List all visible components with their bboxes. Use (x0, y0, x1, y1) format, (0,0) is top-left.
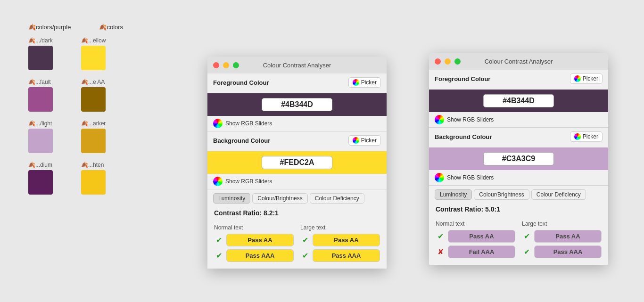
tab-colour-deficiency-left[interactable]: Colour Deficiency (310, 193, 364, 204)
normal-aa-check-right: ✔ (436, 232, 445, 241)
window-body-right: Foreground Colour Picker Show RGB Slider… (429, 70, 608, 265)
foreground-preview-left (207, 93, 387, 116)
normal-aaa-check-right: ✘ (436, 247, 445, 256)
fg-rgb-row-right: Show RGB Sliders (429, 112, 608, 127)
swatch-item: 🍂...arker (81, 120, 106, 153)
rainbow-icon-fg-left (213, 119, 223, 128)
fg-rgb-label-right[interactable]: Show RGB Sliders (447, 116, 494, 123)
normal-col-left: ✔ Pass AA ✔ Pass AAA (214, 234, 294, 262)
background-picker-left[interactable]: Picker (348, 135, 381, 146)
normal-aaa-row-left: ✔ Pass AAA (214, 249, 294, 262)
large-aaa-check-right: ✔ (522, 247, 531, 256)
swatch-box[interactable] (81, 87, 106, 112)
fg-rgb-label-left[interactable]: Show RGB Sliders (225, 120, 272, 127)
swatch-item: 🍂...hten (81, 162, 106, 195)
swatch-row: 🍂.../dark 🍂...ellow (28, 37, 160, 70)
foreground-title-left: Foreground Colour (213, 79, 269, 86)
normal-aa-badge-left: Pass AA (226, 234, 294, 246)
tab-luminosity-left[interactable]: Luminosity (213, 193, 250, 204)
normal-aaa-badge-right: Fail AAA (448, 245, 515, 258)
minimize-button-right[interactable] (445, 58, 451, 65)
swatch-box[interactable] (81, 129, 106, 153)
foreground-preview-right (429, 90, 608, 112)
normal-aaa-row-right: ✘ Fail AAA (436, 245, 515, 258)
swatch-label: 🍂...e AA (81, 79, 106, 85)
large-text-header-right: Large text (522, 220, 602, 227)
window-title-left: Colour Contrast Analyser (263, 62, 331, 69)
swatch-rows: 🍂.../dark 🍂...ellow 🍂...fault 🍂...e AA 🍂… (28, 37, 160, 195)
background-title-right: Background Colour (435, 133, 492, 140)
maximize-button-right[interactable] (454, 58, 461, 65)
normal-aa-badge-right: Pass AA (448, 230, 515, 243)
results-headers-right: Normal text Large text (436, 220, 602, 230)
swatch-label: 🍂...dium (28, 162, 53, 168)
rainbow-icon-bg-right (435, 173, 444, 182)
swatch-label: 🍂.../dark (28, 37, 53, 44)
normal-col-right: ✔ Pass AA ✘ Fail AAA (436, 230, 515, 258)
background-preview-left (207, 151, 387, 174)
tab-colour-brightness-right[interactable]: Colour/Brightness (474, 189, 529, 200)
results-grid-right: ✔ Pass AA ✘ Fail AAA ✔ Pass AA ✔ (436, 230, 602, 258)
swatch-label: 🍂...fault (28, 79, 53, 85)
swatch-row: 🍂.../light 🍂...arker (28, 120, 160, 153)
swatch-box[interactable] (28, 170, 53, 195)
group1-title: 🍂colors/purple (28, 24, 71, 31)
background-picker-label-left: Picker (361, 137, 377, 144)
bg-rgb-row-right: Show RGB Sliders (429, 170, 608, 185)
large-aa-badge-right: Pass AA (534, 230, 602, 243)
foreground-hex-right[interactable] (483, 94, 554, 107)
bg-rgb-label-right[interactable]: Show RGB Sliders (447, 174, 494, 181)
contrast-ratio-left: Contrast Ratio: 8.2:1 (207, 207, 387, 220)
contrast-ratio-text-right: Contrast Ratio: 5.0:1 (436, 205, 500, 213)
foreground-picker-right[interactable]: Picker (570, 73, 603, 84)
fg-rgb-row-left: Show RGB Sliders (207, 116, 387, 131)
large-aaa-badge-right: Pass AAA (534, 245, 602, 258)
results-grid-left: ✔ Pass AA ✔ Pass AAA ✔ Pass AA ✔ (214, 234, 380, 262)
foreground-picker-left[interactable]: Picker (348, 77, 381, 88)
swatch-label: 🍂.../light (28, 120, 53, 127)
foreground-hex-left[interactable] (262, 98, 332, 111)
minimize-button-left[interactable] (223, 62, 229, 68)
large-aa-check-left: ✔ (300, 236, 310, 245)
normal-aaa-badge-left: Pass AAA (226, 249, 294, 262)
bg-rgb-row-left: Show RGB Sliders (207, 174, 387, 189)
rainbow-icon-bg-left (213, 177, 223, 186)
normal-text-header-right: Normal text (436, 220, 515, 227)
swatch-box[interactable] (28, 46, 53, 70)
large-aa-row-left: ✔ Pass AA (300, 234, 380, 246)
swatch-row: 🍂...fault 🍂...e AA (28, 79, 160, 112)
background-section-left: Background Colour Picker (207, 131, 387, 151)
swatch-box[interactable] (28, 129, 53, 153)
background-picker-right[interactable]: Picker (570, 131, 603, 142)
swatch-box[interactable] (28, 87, 53, 112)
swatch-item: 🍂.../light (28, 120, 53, 153)
tab-luminosity-right[interactable]: Luminosity (435, 189, 472, 200)
window-right: Colour Contrast Analyser Foreground Colo… (429, 53, 608, 265)
large-aa-check-right: ✔ (522, 232, 531, 241)
normal-text-header-left: Normal text (214, 224, 294, 231)
swatch-box[interactable] (81, 46, 106, 70)
titlebar-right: Colour Contrast Analyser (429, 53, 608, 70)
background-hex-left[interactable] (262, 156, 332, 169)
swatch-row: 🍂...dium 🍂...hten (28, 162, 160, 195)
large-col-right: ✔ Pass AA ✔ Pass AAA (522, 230, 602, 258)
window-title-right: Colour Contrast Analyser (485, 58, 553, 65)
swatch-item: 🍂...e AA (81, 79, 106, 112)
swatch-label: 🍂...hten (81, 162, 106, 168)
background-hex-right[interactable] (483, 152, 554, 165)
tabs-row-left: Luminosity Colour/Brightness Colour Defi… (207, 189, 387, 207)
tabs-row-right: Luminosity Colour/Brightness Colour Defi… (429, 186, 608, 204)
swatch-item: 🍂...ellow (81, 37, 106, 70)
swatch-item: 🍂...dium (28, 162, 53, 195)
close-button-left[interactable] (213, 62, 219, 68)
large-text-header-left: Large text (300, 224, 380, 231)
tab-colour-deficiency-right[interactable]: Colour Deficiency (531, 189, 586, 200)
tab-colour-brightness-left[interactable]: Colour/Brightness (252, 193, 307, 204)
swatch-box[interactable] (81, 170, 106, 195)
picker-icon-bg-right (574, 133, 581, 140)
contrast-ratio-right: Contrast Ratio: 5.0:1 (429, 204, 608, 217)
bg-rgb-label-left[interactable]: Show RGB Sliders (225, 178, 272, 185)
normal-aa-check-left: ✔ (214, 236, 223, 245)
close-button-right[interactable] (435, 58, 441, 65)
maximize-button-left[interactable] (233, 62, 239, 68)
